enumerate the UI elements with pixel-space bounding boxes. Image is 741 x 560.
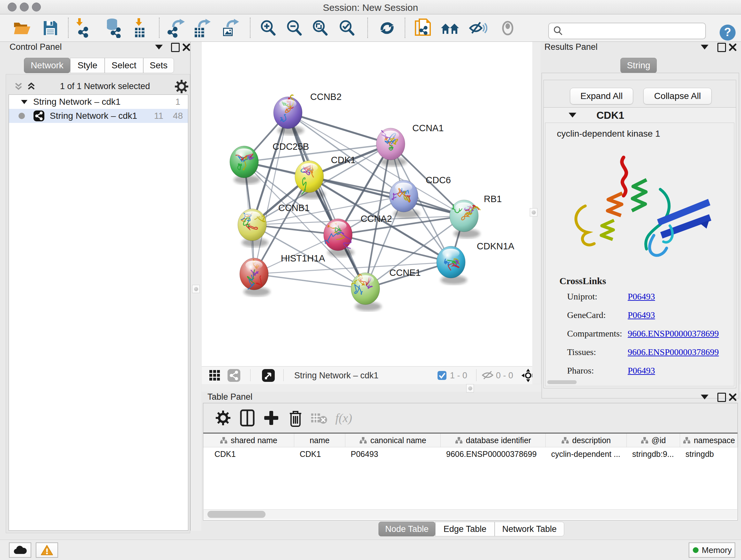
tab-network-table[interactable]: Network Table — [495, 522, 564, 537]
warning-icon — [41, 545, 53, 556]
graph-node-CDC6 — [389, 180, 420, 219]
results-panel-collapse-icon[interactable] — [701, 45, 709, 50]
export-image-button[interactable] — [220, 18, 240, 38]
memory-button[interactable]: Memory — [689, 543, 735, 558]
column-header-id[interactable]: @id — [627, 434, 680, 447]
delete-table-icon — [310, 411, 328, 425]
export-table-button[interactable] — [192, 18, 212, 38]
network-options-gear-icon[interactable] — [175, 79, 189, 94]
current-network-title: String Network – cdk1 — [294, 371, 379, 381]
table-cell[interactable]: 9606.ENSP00000378699 — [441, 447, 546, 461]
birdseye-view-icon[interactable] — [262, 369, 275, 382]
column-header-sharedname[interactable]: shared name — [203, 434, 294, 447]
tab-edge-table[interactable]: Edge Table — [435, 522, 495, 537]
crosslink-link[interactable]: P06493 — [628, 292, 655, 302]
collapse-all-button[interactable]: Collapse All — [643, 88, 712, 105]
tab-network[interactable]: Network — [24, 58, 70, 73]
network-graph-svg[interactable]: CCNB2CCNA1CDC25BCDK1CDC6RB1CCNB1CCNA2CDK… — [202, 42, 532, 366]
zoom-in-button[interactable] — [258, 18, 278, 38]
table-panel-collapse-icon[interactable] — [701, 395, 709, 399]
table-cell[interactable]: stringdb:9... — [627, 447, 680, 461]
network-canvas[interactable]: CCNB2CCNA1CDC25BCDK1CDC6RB1CCNB1CCNA2CDK… — [202, 42, 532, 366]
add-column-button[interactable] — [261, 408, 281, 428]
crosslink-link[interactable]: P06493 — [628, 366, 655, 376]
crosslink-link[interactable]: 9606.ENSP00000378699 — [628, 328, 719, 339]
refresh-button[interactable] — [377, 18, 397, 38]
network-collection-row[interactable]: String Network – cdk1 1 — [9, 95, 188, 109]
control-panel-collapse-icon[interactable] — [155, 45, 163, 50]
save-button[interactable] — [41, 18, 60, 38]
table-row[interactable]: CDK1CDK1P064939606.ENSP00000378699cyclin… — [203, 447, 738, 461]
horizontal-splitter-knob[interactable] — [466, 384, 474, 392]
table-cell[interactable]: CDK1 — [294, 447, 345, 461]
hide-selected-button[interactable] — [468, 18, 488, 38]
column-label: description — [572, 436, 611, 445]
help-button[interactable]: ? — [719, 24, 736, 43]
open-folder-icon — [13, 20, 31, 36]
table-cell[interactable]: P06493 — [345, 447, 441, 461]
zoom-out-button[interactable] — [284, 18, 304, 38]
tab-select[interactable]: Select — [105, 58, 143, 73]
shared-column-icon — [561, 437, 569, 444]
search-input[interactable] — [548, 23, 706, 39]
tab-string[interactable]: String — [620, 58, 657, 73]
toolbar-separator — [250, 17, 251, 38]
table-hscroll-thumb[interactable] — [207, 511, 266, 518]
cloud-button[interactable] — [9, 543, 31, 558]
zoom-selected-button[interactable] — [337, 18, 357, 38]
collapse-all-networks-icon[interactable] — [13, 82, 24, 91]
shared-column-icon — [641, 437, 649, 444]
tab-style[interactable]: Style — [70, 58, 105, 73]
control-panel-tabs: NetworkStyleSelectSets — [24, 58, 174, 73]
column-header-canonicalname[interactable]: canonical name — [345, 434, 441, 447]
open-folder-button[interactable] — [12, 18, 32, 38]
gear-button[interactable] — [213, 408, 233, 428]
column-header-name[interactable]: name — [294, 434, 345, 447]
table-cell[interactable]: stringdb — [680, 447, 738, 461]
show-all-button[interactable] — [498, 18, 518, 38]
results-hscroll-thumb[interactable] — [547, 380, 577, 384]
warning-button[interactable] — [36, 543, 58, 558]
crosslink-link[interactable]: 9606.ENSP00000378699 — [628, 347, 719, 357]
table-cell[interactable]: cyclin-dependent ... — [546, 447, 627, 461]
network-view-icon[interactable] — [227, 369, 241, 382]
zoom-fit-button[interactable] — [310, 18, 330, 38]
crosslink-row: Pharos: P06493 — [567, 366, 733, 376]
table-hscrollbar[interactable] — [204, 509, 737, 519]
import-network-button[interactable] — [73, 18, 92, 38]
grid-view-icon[interactable] — [209, 369, 221, 381]
save-icon — [43, 20, 58, 37]
table-panel-close-icon[interactable] — [729, 393, 737, 401]
column-header-databaseidentifier[interactable]: database identifier — [441, 434, 546, 447]
delete-column-button[interactable] — [285, 408, 306, 428]
table-panel-float-icon[interactable] — [718, 393, 726, 402]
results-panel-float-icon[interactable] — [718, 43, 726, 52]
svg-text:RB1: RB1 — [484, 194, 502, 204]
tab-node-table[interactable]: Node Table — [379, 522, 435, 537]
network-row[interactable]: String Network – cdk1 11 48 — [9, 109, 188, 123]
svg-text:HIST1H1A: HIST1H1A — [281, 253, 325, 263]
import-database-button[interactable] — [104, 18, 123, 38]
selected-checkbox-icon[interactable] — [437, 371, 447, 380]
column-header-namespace[interactable]: namespace — [680, 434, 738, 447]
results-panel-close-icon[interactable] — [729, 44, 737, 51]
expand-all-button[interactable]: Expand All — [570, 88, 633, 105]
expand-all-networks-icon[interactable] — [26, 82, 37, 91]
import-table-button[interactable] — [130, 18, 149, 38]
crosslink-link[interactable]: P06493 — [628, 310, 655, 320]
clone-network-button[interactable] — [413, 18, 433, 38]
control-panel-close-icon[interactable] — [183, 44, 190, 51]
collection-expand-icon[interactable] — [21, 99, 27, 105]
svg-text:CDC6: CDC6 — [426, 175, 451, 185]
tab-sets[interactable]: Sets — [143, 58, 174, 73]
right-splitter-knob[interactable] — [530, 208, 537, 216]
control-panel-float-icon[interactable] — [171, 43, 180, 52]
graph-node-CCNE1 — [351, 273, 381, 311]
home-button[interactable] — [441, 18, 460, 38]
left-splitter-knob[interactable] — [192, 285, 200, 293]
protein-collapse-icon[interactable] — [569, 113, 576, 118]
column-header-description[interactable]: description — [546, 434, 627, 447]
export-network-button[interactable] — [166, 18, 186, 38]
columns-button[interactable] — [237, 408, 258, 428]
table-cell[interactable]: CDK1 — [203, 447, 294, 461]
